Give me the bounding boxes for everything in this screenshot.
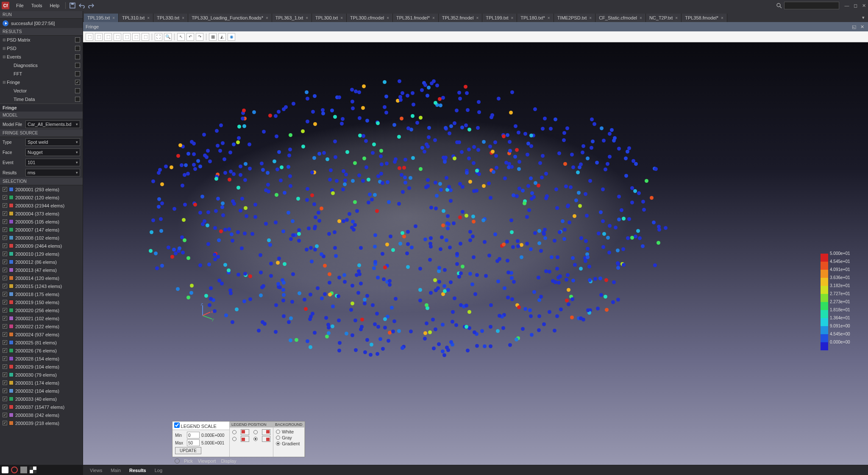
selection-item-2000031[interactable]: 2000031 (174 elems): [0, 379, 83, 387]
fringe-face-dropdown[interactable]: Nugget: [25, 148, 80, 156]
results-item-4[interactable]: FFT: [0, 70, 83, 78]
selection-checkbox[interactable]: [3, 227, 7, 232]
tab-overflow-icon[interactable]: ▾: [859, 13, 868, 22]
play-icon[interactable]: [3, 20, 8, 26]
bottom-tab-views[interactable]: Views: [86, 466, 106, 475]
selection-item-2000018[interactable]: 2000018 (175 elems): [0, 290, 83, 298]
selection-checkbox[interactable]: [3, 195, 7, 200]
selection-checkbox[interactable]: [3, 284, 7, 288]
pos-tl-preview[interactable]: [241, 429, 249, 435]
view-icon-1[interactable]: [2, 467, 8, 473]
selection-item-2000022[interactable]: 2000022 (122 elems): [0, 322, 83, 330]
selection-checkbox[interactable]: [3, 348, 7, 353]
selection-item-2000009[interactable]: 2000009 (2464 elems): [0, 242, 83, 250]
pos-tr-preview[interactable]: [262, 429, 270, 435]
tab-close-icon[interactable]: ×: [675, 16, 678, 20]
pos-tl-radio[interactable]: [232, 430, 236, 434]
selection-checkbox[interactable]: [3, 235, 7, 240]
bottom-tab-log[interactable]: Log: [150, 466, 167, 475]
tab-6[interactable]: TPL300.cfmodel ×: [347, 14, 393, 22]
selection-checkbox[interactable]: [3, 372, 7, 377]
selection-item-2000001[interactable]: 2000001 (293 elems): [0, 185, 83, 193]
tab-close-icon[interactable]: ×: [432, 16, 435, 20]
selection-item-2000028[interactable]: 2000028 (154 elems): [0, 355, 83, 363]
tab-close-icon[interactable]: ×: [589, 16, 592, 20]
selection-checkbox[interactable]: [3, 308, 7, 313]
fringe-event-dropdown[interactable]: 101: [25, 159, 80, 166]
tab-4[interactable]: TPL363_1.txt ×: [272, 14, 312, 22]
selection-checkbox[interactable]: [3, 203, 7, 208]
menu-file[interactable]: File: [13, 2, 27, 9]
selection-checkbox[interactable]: [3, 356, 7, 361]
selection-item-2000021[interactable]: 2000021 (102 elems): [0, 314, 83, 322]
tab-5[interactable]: TPL300.txt ×: [312, 14, 347, 22]
results-item-1[interactable]: ⊞PSD: [0, 44, 83, 53]
restore-icon[interactable]: ◱: [851, 24, 857, 30]
min-input[interactable]: [187, 432, 200, 439]
bg-radio-gray[interactable]: [276, 436, 280, 440]
grid-icon[interactable]: ▦: [209, 33, 217, 41]
pos-br-radio[interactable]: [253, 437, 258, 441]
close-button[interactable]: ✕: [861, 3, 866, 8]
selection-checkbox[interactable]: [3, 219, 7, 224]
selection-item-2000032[interactable]: 2000032 (104 elems): [0, 387, 83, 395]
tab-close-icon[interactable]: ×: [387, 16, 389, 20]
selection-item-2000020[interactable]: 2000020 (256 elems): [0, 306, 83, 314]
selection-checkbox[interactable]: [3, 364, 7, 369]
minimize-button[interactable]: —: [844, 3, 849, 8]
fringe-type-dropdown[interactable]: Spot weld: [25, 138, 80, 146]
selection-checkbox[interactable]: [3, 340, 7, 345]
tab-9[interactable]: TPL199.txt ×: [482, 14, 517, 22]
status-viewport[interactable]: Viewport: [198, 458, 216, 464]
selection-checkbox[interactable]: [3, 316, 7, 321]
selection-checkbox[interactable]: [3, 380, 7, 385]
selection-checkbox[interactable]: [3, 243, 7, 248]
selection-checkbox[interactable]: [3, 388, 7, 393]
tab-3[interactable]: TPL330_Loading_Function.floads* ×: [188, 14, 272, 22]
view-left-icon[interactable]: ⬚: [114, 33, 121, 41]
selection-item-2000007[interactable]: 2000007 (147 elems): [0, 226, 83, 234]
status-disc-icon[interactable]: [175, 458, 180, 464]
undo-icon[interactable]: [78, 1, 86, 10]
legend-scale-checkbox[interactable]: [174, 422, 180, 428]
selection-item-2000039[interactable]: 2000039 (218 elems): [0, 419, 83, 427]
run-status-row[interactable]: successful [00:27:56]: [0, 19, 83, 28]
results-item-5[interactable]: ⊞Fringe: [0, 78, 83, 87]
pos-tr-radio[interactable]: [253, 430, 258, 434]
search-icon[interactable]: [775, 1, 783, 10]
selection-checkbox[interactable]: [3, 300, 7, 305]
tab-7[interactable]: TPL351.fmodel* ×: [393, 14, 439, 22]
selection-item-2000004[interactable]: 2000004 (373 elems): [0, 210, 83, 218]
selection-item-2000037[interactable]: 2000037 (15477 elems): [0, 403, 83, 411]
search-input[interactable]: [784, 2, 839, 9]
max-input[interactable]: [187, 439, 200, 446]
tag-icon[interactable]: ◉: [228, 33, 235, 41]
tab-close-icon[interactable]: ×: [112, 16, 115, 20]
update-button[interactable]: UPDATE: [175, 447, 201, 454]
view-front-icon[interactable]: ⬚: [95, 33, 103, 41]
selection-item-2000015[interactable]: 2000015 (1243 elems): [0, 282, 83, 290]
results-item-2[interactable]: ⊞Events: [0, 53, 83, 61]
selection-checkbox[interactable]: [3, 276, 7, 280]
view-icon-2[interactable]: [11, 467, 18, 473]
selection-item-2000010[interactable]: 2000010 (129 elems): [0, 250, 83, 258]
selection-item-2000008[interactable]: 2000008 (102 elems): [0, 234, 83, 242]
selection-item-2000014[interactable]: 2000014 (120 elems): [0, 274, 83, 282]
fit-icon[interactable]: ⛶: [155, 33, 162, 41]
tab-close-icon[interactable]: ×: [548, 16, 550, 20]
model-file-dropdown[interactable]: Car_All_Elements.bd: [25, 120, 80, 128]
results-item-3[interactable]: Diagnostics: [0, 61, 83, 70]
tab-close-icon[interactable]: ×: [147, 16, 150, 20]
tab-10[interactable]: TPL180.txt* ×: [517, 14, 554, 22]
selection-checkbox[interactable]: [3, 187, 7, 192]
bg-radio-gradient[interactable]: [276, 441, 280, 446]
results-item-6[interactable]: Vector: [0, 87, 83, 95]
view-iso-icon[interactable]: ⬚: [86, 33, 93, 41]
bottom-tab-main[interactable]: Main: [106, 466, 125, 475]
tab-close-icon[interactable]: ×: [306, 16, 308, 20]
pos-bl-preview[interactable]: [241, 436, 249, 442]
selection-checkbox[interactable]: [3, 211, 7, 216]
selection-checkbox[interactable]: [3, 324, 7, 329]
tab-11[interactable]: TIME2PSD.txt ×: [554, 14, 596, 22]
view-icon-3[interactable]: [20, 467, 27, 473]
